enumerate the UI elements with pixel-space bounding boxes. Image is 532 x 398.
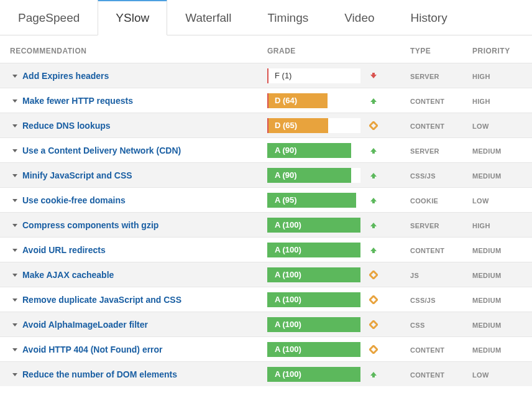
recommendations-table: RECOMMENDATION GRADE TYPE PRIORITY Add E… bbox=[0, 35, 532, 386]
grade-cell: A (100) bbox=[267, 292, 410, 307]
grade-box: F (1) bbox=[267, 68, 360, 83]
recommendation-link[interactable]: Make fewer HTTP requests bbox=[22, 96, 133, 106]
recommendation-cell[interactable]: Make AJAX cacheable bbox=[0, 269, 267, 280]
recommendation-link[interactable]: Add Expires headers bbox=[22, 71, 109, 81]
priority-label: MEDIUM bbox=[472, 247, 501, 254]
expand-caret-icon[interactable] bbox=[12, 323, 17, 326]
diamond-icon bbox=[369, 320, 378, 329]
grade-cell: D (64) bbox=[267, 93, 410, 108]
expand-caret-icon[interactable] bbox=[12, 224, 17, 227]
recommendation-link[interactable]: Remove duplicate JavaScript and CSS bbox=[22, 295, 181, 305]
grade-bar: D (65) bbox=[267, 118, 360, 133]
table-row: Avoid HTTP 404 (Not Found) errorA (100)C… bbox=[0, 336, 532, 361]
grade-cell: A (90) bbox=[267, 143, 410, 158]
priority-label: MEDIUM bbox=[472, 172, 501, 180]
grade-cell: F (1) bbox=[267, 68, 410, 83]
recommendation-cell[interactable]: Reduce DNS lookups bbox=[0, 120, 267, 131]
header-type[interactable]: TYPE bbox=[410, 47, 472, 55]
expand-caret-icon[interactable] bbox=[12, 249, 17, 252]
type-cell: CONTENT bbox=[410, 344, 472, 355]
tab-pagespeed[interactable]: PageSpeed bbox=[0, 1, 98, 35]
header-recommendation[interactable]: RECOMMENDATION bbox=[0, 47, 267, 55]
expand-caret-icon[interactable] bbox=[12, 75, 17, 78]
recommendation-cell[interactable]: Minify JavaScript and CSS bbox=[0, 170, 267, 181]
priority-label: MEDIUM bbox=[472, 322, 501, 329]
type-label: JS bbox=[410, 272, 419, 279]
recommendation-link[interactable]: Reduce the number of DOM elements bbox=[22, 369, 177, 379]
expand-caret-icon[interactable] bbox=[12, 274, 17, 277]
recommendation-cell[interactable]: Avoid AlphaImageLoader filter bbox=[0, 319, 267, 330]
tab-timings[interactable]: Timings bbox=[249, 1, 326, 35]
recommendation-cell[interactable]: Use cookie-free domains bbox=[0, 195, 267, 206]
expand-caret-icon[interactable] bbox=[12, 124, 17, 127]
recommendation-cell[interactable]: Add Expires headers bbox=[0, 70, 267, 81]
priority-label: MEDIUM bbox=[472, 297, 501, 304]
tab-yslow[interactable]: YSlow bbox=[98, 0, 167, 35]
recommendation-link[interactable]: Use a Content Delivery Network (CDN) bbox=[22, 146, 181, 155]
priority-cell: MEDIUM bbox=[472, 244, 522, 256]
type-cell: SERVER bbox=[410, 70, 472, 81]
priority-cell: LOW bbox=[472, 120, 522, 131]
type-cell: COOKIE bbox=[410, 195, 472, 206]
recommendation-cell[interactable]: Reduce the number of DOM elements bbox=[0, 369, 267, 380]
priority-cell: MEDIUM bbox=[472, 344, 522, 355]
grade-cell: A (100) bbox=[267, 218, 410, 233]
type-cell: CSS bbox=[410, 319, 472, 330]
tab-waterfall[interactable]: Waterfall bbox=[167, 1, 249, 35]
expand-caret-icon[interactable] bbox=[12, 100, 17, 103]
grade-fill: A (90) bbox=[268, 143, 351, 158]
recommendation-cell[interactable]: Avoid HTTP 404 (Not Found) error bbox=[0, 344, 267, 355]
diamond-icon bbox=[369, 271, 378, 279]
priority-cell: LOW bbox=[472, 195, 522, 206]
type-label: SERVER bbox=[410, 222, 439, 229]
grade-fill: A (100) bbox=[268, 367, 360, 382]
expand-caret-icon[interactable] bbox=[12, 298, 17, 302]
grade-cell: A (100) bbox=[267, 267, 410, 282]
recommendation-cell[interactable]: Make fewer HTTP requests bbox=[0, 95, 267, 106]
priority-cell: MEDIUM bbox=[472, 294, 522, 305]
priority-cell: HIGH bbox=[472, 70, 522, 81]
table-row: Remove duplicate JavaScript and CSSA (10… bbox=[0, 287, 532, 312]
table-row: Use cookie-free domainsA (95)COOKIELOW bbox=[0, 187, 532, 212]
diamond-icon bbox=[369, 121, 378, 130]
recommendation-link[interactable]: Use cookie-free domains bbox=[22, 195, 126, 205]
recommendation-link[interactable]: Make AJAX cacheable bbox=[22, 270, 114, 280]
arrow-up-icon bbox=[369, 370, 378, 379]
grade-fill: A (100) bbox=[268, 243, 360, 257]
recommendation-cell[interactable]: Compress components with gzip bbox=[0, 220, 267, 231]
expand-caret-icon[interactable] bbox=[12, 348, 17, 351]
recommendation-link[interactable]: Avoid AlphaImageLoader filter bbox=[22, 320, 148, 330]
diamond-icon bbox=[369, 345, 378, 354]
recommendation-cell[interactable]: Use a Content Delivery Network (CDN) bbox=[0, 145, 267, 156]
type-cell: CONTENT bbox=[410, 95, 472, 106]
tab-video[interactable]: Video bbox=[326, 1, 392, 35]
grade-fill: D (64) bbox=[268, 93, 328, 108]
table-row: Avoid AlphaImageLoader filterA (100)CSSM… bbox=[0, 312, 532, 336]
arrow-up-icon bbox=[369, 171, 378, 180]
recommendation-link[interactable]: Minify JavaScript and CSS bbox=[22, 170, 132, 180]
priority-cell: MEDIUM bbox=[472, 145, 522, 156]
tabs-bar: PageSpeedYSlowWaterfallTimingsVideoHisto… bbox=[0, 0, 532, 35]
recommendation-link[interactable]: Avoid URL redirects bbox=[22, 245, 106, 255]
expand-caret-icon[interactable] bbox=[12, 373, 17, 376]
type-cell: CSS/JS bbox=[410, 170, 472, 181]
recommendation-cell[interactable]: Remove duplicate JavaScript and CSS bbox=[0, 294, 267, 305]
grade-fill: A (100) bbox=[268, 342, 360, 357]
recommendation-link[interactable]: Compress components with gzip bbox=[22, 220, 158, 230]
type-cell: SERVER bbox=[410, 145, 472, 156]
grade-bar: A (100) bbox=[267, 367, 360, 382]
grade-bar: A (90) bbox=[267, 143, 360, 158]
recommendation-link[interactable]: Avoid HTTP 404 (Not Found) error bbox=[22, 345, 163, 354]
header-grade[interactable]: GRADE bbox=[267, 47, 410, 55]
arrow-up-icon bbox=[369, 146, 378, 155]
recommendation-link[interactable]: Reduce DNS lookups bbox=[22, 121, 111, 131]
recommendation-cell[interactable]: Avoid URL redirects bbox=[0, 244, 267, 256]
tab-history[interactable]: History bbox=[393, 1, 466, 35]
priority-cell: MEDIUM bbox=[472, 269, 522, 280]
expand-caret-icon[interactable] bbox=[12, 149, 17, 152]
table-row: Minify JavaScript and CSSA (90)CSS/JSMED… bbox=[0, 162, 532, 187]
expand-caret-icon[interactable] bbox=[12, 199, 17, 202]
priority-label: MEDIUM bbox=[472, 346, 501, 354]
header-priority[interactable]: PRIORITY bbox=[472, 47, 522, 55]
expand-caret-icon[interactable] bbox=[12, 174, 17, 177]
